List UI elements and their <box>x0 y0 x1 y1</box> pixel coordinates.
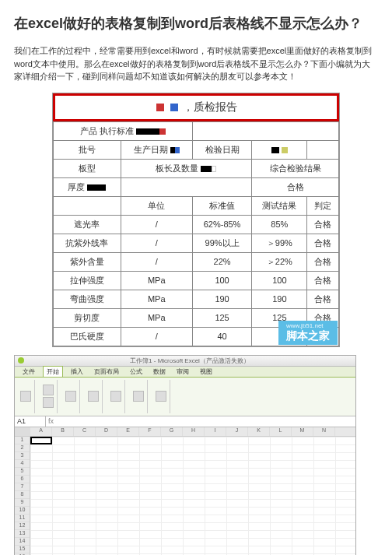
row-header[interactable]: 7 <box>15 483 30 491</box>
row-header[interactable]: 10 <box>15 507 30 515</box>
col-header[interactable]: E <box>117 427 139 436</box>
report-title: ，质检报告 <box>183 100 237 113</box>
table-cell: 检验日期 <box>192 140 251 159</box>
table-cell: 合格 <box>307 252 339 271</box>
table-cell: 遮光率 <box>54 215 121 234</box>
table-cell <box>307 140 339 159</box>
figure-word-table: ，质检报告 产品 执行标准 批号 生产日期 检验日期 板型 板长及数量 综合检验… <box>52 93 340 347</box>
table-cell: 合格 <box>307 234 339 252</box>
page-title: 在excel做好的表格复制到word后表格线不显示怎么办？ <box>14 14 378 33</box>
table-header: 标准值 <box>192 196 251 215</box>
cell-grid[interactable] <box>30 437 355 555</box>
row-header[interactable]: 4 <box>15 460 30 468</box>
table-cell: 厚度 <box>54 177 121 196</box>
row-header[interactable]: 14 <box>15 538 30 546</box>
col-header[interactable]: L <box>270 427 292 436</box>
color-block-icon <box>156 104 164 111</box>
row-header[interactable]: 13 <box>15 530 30 538</box>
col-header[interactable]: F <box>139 427 161 436</box>
table-cell: 紫外含量 <box>54 252 121 271</box>
row-header[interactable]: 6 <box>15 476 30 483</box>
cells-icon[interactable] <box>133 391 144 402</box>
select-all-corner[interactable] <box>15 427 30 436</box>
table-header: 测试结果 <box>252 196 307 215</box>
table-cell: 板型 <box>54 159 121 177</box>
row-header[interactable]: 15 <box>15 546 30 553</box>
align-icon[interactable] <box>65 391 76 402</box>
ribbon-tab[interactable]: 数据 <box>150 367 169 377</box>
table-cell: 62%-85% <box>192 215 251 234</box>
table-cell: 抗紫外线率 <box>54 234 121 252</box>
col-header[interactable]: M <box>292 427 313 436</box>
table-cell: 巴氏硬度 <box>54 327 121 346</box>
row-header[interactable]: 1 <box>15 437 30 444</box>
table-cell: 合格 <box>252 177 339 196</box>
sheet-area: ABCDEFGHIJKLMN 1234567891011121314151617… <box>15 427 355 555</box>
color-block-icon <box>170 104 178 111</box>
ribbon-tab[interactable]: 视图 <box>197 367 215 377</box>
table-cell: / <box>121 327 192 346</box>
table-cell: MPa <box>121 271 192 290</box>
window-title: 工作簿1 - Microsoft Excel（产品激活失败） <box>27 357 352 365</box>
formula-bar: A1 fx <box>15 416 355 427</box>
table-cell: ＞22% <box>252 252 307 271</box>
font-icon[interactable] <box>43 385 54 395</box>
table-cell: 40 <box>192 327 251 346</box>
ribbon-tab[interactable]: 开始 <box>43 366 63 377</box>
table-cell: 剪切度 <box>54 308 121 327</box>
table-cell <box>252 140 307 159</box>
table-header <box>54 196 121 215</box>
table-cell: ＞99% <box>252 234 307 252</box>
col-header[interactable]: B <box>52 427 74 436</box>
table-cell <box>121 177 252 196</box>
intro-paragraph: 我们在工作的过程中，经常需要用到excel和word，有时候就需要把excel里… <box>14 44 378 83</box>
ribbon-tab[interactable]: 页面布局 <box>91 367 122 377</box>
ribbon-tab[interactable]: 文件 <box>19 367 38 377</box>
table-cell: 100 <box>192 271 251 290</box>
col-header[interactable]: C <box>74 427 96 436</box>
active-cell[interactable] <box>30 437 52 444</box>
table-cell: 100 <box>252 271 307 290</box>
col-header[interactable]: A <box>30 427 52 436</box>
col-header[interactable]: G <box>161 427 183 436</box>
col-header[interactable]: J <box>226 427 248 436</box>
fx-icon[interactable]: fx <box>46 416 56 427</box>
row-header[interactable]: 2 <box>15 444 30 452</box>
row-header[interactable]: 12 <box>15 522 30 530</box>
col-header[interactable]: K <box>248 427 270 436</box>
bold-icon[interactable] <box>43 397 54 408</box>
row-headers: 123456789101112131415161718 <box>15 437 30 555</box>
row-header[interactable]: 5 <box>15 468 30 476</box>
table-cell: 合格 <box>307 271 339 290</box>
table-cell: 合格 <box>307 215 339 234</box>
row-header[interactable]: 11 <box>15 515 30 522</box>
number-icon[interactable] <box>88 391 99 402</box>
figure-excel-window: 工作簿1 - Microsoft Excel（产品激活失败） 文件 开始 插入 … <box>14 355 356 555</box>
table-cell: 批号 <box>54 140 121 159</box>
col-header[interactable]: I <box>205 427 226 436</box>
name-box[interactable]: A1 <box>15 416 46 427</box>
paste-icon[interactable] <box>20 391 31 402</box>
table-cell: 125 <box>192 308 251 327</box>
ribbon-tab[interactable]: 公式 <box>127 367 145 377</box>
col-header[interactable]: H <box>183 427 205 436</box>
table-cell: MPa <box>121 308 192 327</box>
table-cell: / <box>121 234 192 252</box>
report-title-bar: ，质检报告 <box>53 93 339 121</box>
editing-icon[interactable] <box>156 391 166 402</box>
table-cell: 合格 <box>307 290 339 308</box>
styles-icon[interactable] <box>110 391 121 402</box>
table-cell: / <box>121 252 192 271</box>
row-header[interactable]: 9 <box>15 499 30 507</box>
table-cell: 85% <box>252 215 307 234</box>
col-header[interactable]: N <box>313 427 335 436</box>
row-header[interactable]: 8 <box>15 491 30 499</box>
table-cell: 综合检验结果 <box>252 159 339 177</box>
window-titlebar: 工作簿1 - Microsoft Excel（产品激活失败） <box>15 356 355 367</box>
row-header[interactable]: 3 <box>15 452 30 460</box>
ribbon-tab[interactable]: 审阅 <box>173 367 192 377</box>
table-cell: MPa <box>121 290 192 308</box>
col-header[interactable]: D <box>96 427 117 436</box>
table-header: 单位 <box>121 196 192 215</box>
ribbon-tab[interactable]: 插入 <box>68 367 86 377</box>
